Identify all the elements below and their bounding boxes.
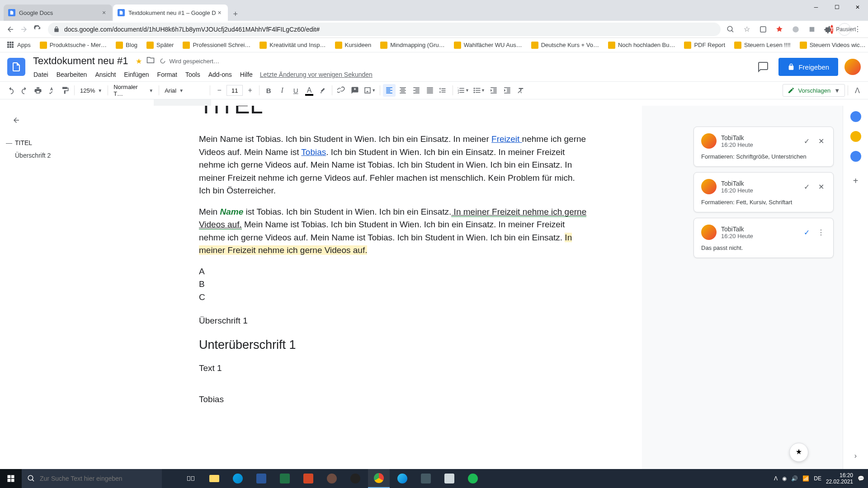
menu-hilfe[interactable]: Hilfe	[236, 69, 256, 80]
comment-add-icon[interactable]	[349, 84, 361, 97]
highlight-button[interactable]	[316, 84, 329, 97]
bulleted-list-icon[interactable]: ▼	[472, 84, 486, 97]
reject-icon[interactable]: ✕	[816, 136, 826, 146]
side-collapse-icon[interactable]: ›	[854, 452, 857, 460]
app-icon[interactable]	[415, 469, 437, 488]
link-tobias[interactable]: Tobias	[301, 147, 326, 157]
back-button[interactable]	[4, 23, 17, 36]
clock[interactable]: 16:20 22.02.2021	[826, 472, 853, 485]
minimize-button[interactable]: ─	[806, 0, 826, 14]
word-icon[interactable]	[250, 469, 272, 488]
keep-icon[interactable]	[850, 131, 861, 142]
extension-icon[interactable]	[757, 23, 769, 36]
powerpoint-icon[interactable]	[297, 469, 319, 488]
bookmark-item[interactable]: Steuern Videos wic…	[796, 40, 868, 51]
account-avatar[interactable]	[844, 59, 861, 75]
ruler[interactable]	[0, 99, 868, 106]
edge-icon[interactable]	[227, 469, 249, 488]
numbered-list-icon[interactable]: ▼	[456, 84, 471, 97]
menu-bearbeiten[interactable]: Bearbeiten	[53, 69, 91, 80]
reject-icon[interactable]: ✕	[816, 182, 826, 192]
obs-icon[interactable]	[344, 469, 366, 488]
close-icon[interactable]: ×	[216, 9, 223, 16]
close-icon[interactable]: ×	[100, 9, 108, 16]
document-title[interactable]: Textdokument neu #1	[30, 54, 131, 68]
tasks-icon[interactable]	[850, 151, 861, 162]
paint-format-icon[interactable]	[59, 84, 71, 97]
link-freizeit[interactable]: Freizeit	[491, 134, 522, 144]
add-addon-icon[interactable]: +	[850, 175, 861, 186]
comment-card[interactable]: TobiTalk 16:20 Heute ✓ ⋮ Das passt nicht…	[693, 218, 834, 258]
editing-mode-select[interactable]: Vorschlagen ▼	[783, 84, 845, 97]
browser-tab-0[interactable]: Google Docs ×	[4, 5, 112, 21]
accept-icon[interactable]: ✓	[802, 136, 811, 146]
outline-back-icon[interactable]	[9, 113, 24, 127]
more-icon[interactable]: ⋮	[816, 227, 826, 237]
formatted-name[interactable]: Name	[220, 207, 243, 216]
forward-button[interactable]	[17, 23, 31, 36]
app-icon[interactable]	[321, 469, 343, 488]
doc-title-heading[interactable]: TITEL	[199, 106, 588, 122]
bold-button[interactable]: B	[262, 84, 275, 97]
align-justify-icon[interactable]	[424, 84, 436, 97]
print-icon[interactable]	[32, 84, 44, 97]
outline-item-titel[interactable]: TITEL	[9, 136, 136, 149]
language-indicator[interactable]: DE	[814, 475, 821, 482]
wifi-icon[interactable]: 📶	[802, 475, 809, 482]
subheading-1[interactable]: Unterüberschrift 1	[199, 336, 588, 354]
spellcheck-icon[interactable]	[45, 84, 58, 97]
calendar-icon[interactable]	[850, 111, 861, 122]
bookmark-item[interactable]: Wahlfächer WU Aus…	[450, 40, 526, 51]
font-size-input[interactable]: 11	[226, 85, 243, 96]
extension-icon-3[interactable]	[789, 23, 802, 36]
bookmark-item[interactable]: Später	[143, 40, 177, 51]
bookmark-item[interactable]: Kursideen	[331, 40, 375, 51]
extension-icon-4[interactable]	[806, 23, 818, 36]
align-right-icon[interactable]	[410, 84, 423, 97]
list-block[interactable]: A B C	[199, 265, 588, 304]
url-input[interactable]	[64, 26, 715, 33]
image-icon[interactable]: ▼	[362, 84, 377, 97]
close-window-button[interactable]: ✕	[847, 0, 868, 14]
indent-decrease-icon[interactable]	[487, 84, 500, 97]
bookmark-item[interactable]: Produktsuche - Mer…	[36, 40, 110, 51]
bookmark-item[interactable]: Steuern Lesen !!!!	[731, 40, 794, 51]
bookmark-apps[interactable]: Apps	[4, 40, 34, 51]
last-edit-link[interactable]: Letzte Änderung vor wenigen Sekunden	[260, 71, 373, 78]
text-color-button[interactable]: A	[303, 84, 316, 97]
url-field[interactable]	[48, 23, 721, 36]
share-button[interactable]: Freigeben	[778, 58, 838, 76]
document-page[interactable]: TITEL Mein Name ist Tobias. Ich bin Stud…	[145, 106, 642, 469]
menu-ansicht[interactable]: Ansicht	[91, 69, 119, 80]
extension-icon-2[interactable]	[773, 23, 786, 36]
explore-button[interactable]	[789, 443, 808, 462]
bookmark-item[interactable]: Noch hochladen Bu…	[604, 40, 679, 51]
menu-datei[interactable]: Datei	[30, 69, 52, 80]
maximize-button[interactable]: ☐	[826, 0, 847, 14]
zoom-icon[interactable]	[724, 23, 737, 36]
new-tab-button[interactable]: +	[229, 7, 242, 21]
heading-2[interactable]: Überschrift 1	[199, 314, 588, 328]
style-select[interactable]: Normaler T…▼	[111, 84, 156, 97]
excel-icon[interactable]	[274, 469, 296, 488]
comments-icon[interactable]	[754, 58, 772, 76]
app-icon[interactable]	[439, 469, 460, 488]
underline-button[interactable]: U	[289, 84, 302, 97]
chrome-icon[interactable]	[368, 469, 390, 488]
clear-format-icon[interactable]	[514, 84, 527, 97]
suggestion-card[interactable]: TobiTalk 16:20 Heute ✓ ✕ Formatieren: Fe…	[693, 172, 834, 212]
bookmark-item[interactable]: Professionell Schrei…	[179, 40, 254, 51]
font-select[interactable]: Arial▼	[162, 84, 207, 97]
bookmark-item[interactable]: Kreativität und Insp…	[256, 40, 329, 51]
browser-tab-1[interactable]: Textdokument neu #1 – Google D ×	[113, 5, 228, 21]
bookmark-item[interactable]: PDF Report	[680, 40, 729, 51]
menu-addons[interactable]: Add-ons	[205, 69, 236, 80]
docs-home-icon[interactable]	[7, 58, 25, 76]
menu-tools[interactable]: Tools	[182, 69, 204, 80]
undo-icon[interactable]	[5, 84, 17, 97]
zoom-select[interactable]: 125%▼	[77, 84, 105, 97]
taskview-icon[interactable]	[180, 469, 202, 488]
menu-einfuegen[interactable]: Einfügen	[120, 69, 152, 80]
resolve-icon[interactable]: ✓	[802, 227, 811, 237]
reload-button[interactable]	[31, 23, 44, 36]
